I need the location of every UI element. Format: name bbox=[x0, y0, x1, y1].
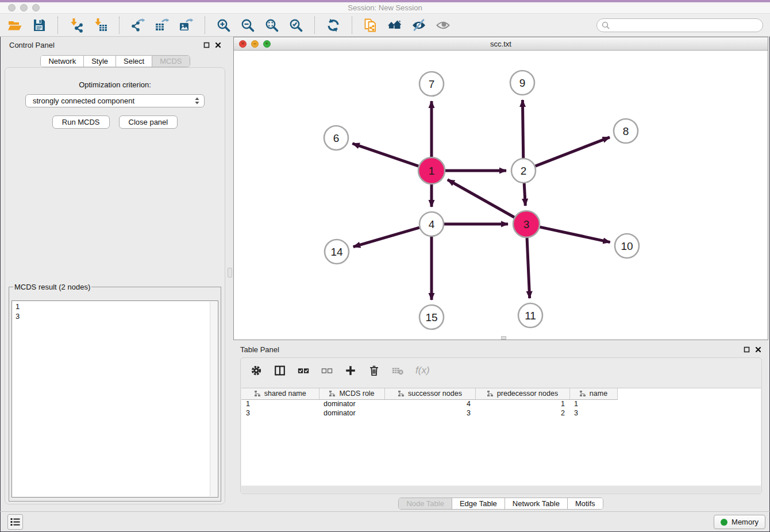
memory-status-icon bbox=[721, 519, 727, 526]
task-history-button[interactable] bbox=[7, 514, 23, 530]
edge-3-1[interactable] bbox=[448, 180, 514, 218]
titlebar: Session: New Session bbox=[0, 2, 770, 14]
export-network-icon[interactable] bbox=[130, 17, 146, 33]
table-cell[interactable]: 3 bbox=[241, 408, 319, 418]
edge-2-8[interactable] bbox=[536, 137, 610, 166]
graph-node-11[interactable]: 11 bbox=[518, 303, 542, 327]
mcds-result-group: MCDS result (2 nodes) 1 3 bbox=[9, 283, 221, 502]
table-row[interactable]: 1dominator411 bbox=[241, 399, 617, 408]
node-label: 3 bbox=[523, 218, 530, 230]
edge-2-9[interactable] bbox=[522, 100, 523, 158]
tab-network[interactable]: Network bbox=[41, 56, 83, 67]
float-panel-icon[interactable] bbox=[203, 42, 210, 48]
table-cell[interactable]: 1 bbox=[569, 399, 617, 408]
home-icon[interactable] bbox=[387, 17, 403, 33]
tab-style[interactable]: Style bbox=[83, 56, 116, 67]
edge-1-6[interactable] bbox=[352, 144, 418, 166]
node-label: 4 bbox=[429, 218, 435, 230]
graph-node-14[interactable]: 14 bbox=[325, 240, 349, 264]
import-network-icon[interactable] bbox=[68, 17, 84, 33]
graph-node-2[interactable]: 2 bbox=[511, 159, 536, 183]
delete-row-icon[interactable] bbox=[368, 364, 380, 377]
table-cell[interactable]: 4 bbox=[384, 399, 475, 408]
graph-node-1[interactable]: 1 bbox=[418, 157, 445, 184]
node-label: 9 bbox=[519, 77, 526, 89]
node-label: 1 bbox=[429, 165, 435, 177]
toolbar-separator bbox=[57, 17, 58, 34]
column-header-predecessor-nodes[interactable]: predecessor nodes bbox=[475, 388, 569, 399]
export-image-icon[interactable] bbox=[178, 17, 194, 33]
tab-motifs[interactable]: Motifs bbox=[567, 498, 603, 509]
tab-select[interactable]: Select bbox=[116, 56, 152, 67]
edge-3-10[interactable] bbox=[540, 227, 610, 242]
column-header-shared-name[interactable]: shared name bbox=[241, 388, 319, 399]
search-input[interactable] bbox=[613, 20, 758, 30]
network-window-titlebar[interactable]: ✕ − + scc.txt bbox=[234, 37, 768, 51]
panel-splitter[interactable] bbox=[227, 37, 233, 511]
graph-node-8[interactable]: 8 bbox=[614, 119, 638, 143]
zoom-selected-icon[interactable] bbox=[288, 17, 304, 33]
node-table: shared nameMCDS rolesuccessor nodesprede… bbox=[241, 388, 761, 485]
refresh-icon[interactable] bbox=[325, 17, 341, 33]
table-cell[interactable]: dominator bbox=[319, 399, 384, 408]
table-cell[interactable]: 3 bbox=[569, 408, 617, 418]
splitter-grip[interactable] bbox=[228, 268, 232, 277]
close-panel-icon[interactable] bbox=[215, 42, 221, 48]
mcds-result-area[interactable]: 1 3 bbox=[11, 300, 218, 498]
close-panel-button[interactable]: Close panel bbox=[119, 115, 178, 129]
copy-network-icon[interactable] bbox=[363, 17, 379, 33]
columns-icon[interactable] bbox=[274, 364, 286, 377]
tab-network-table[interactable]: Network Table bbox=[505, 498, 567, 509]
edge-3-11[interactable] bbox=[527, 238, 530, 298]
eye-icon[interactable] bbox=[435, 17, 451, 33]
optimization-select[interactable]: strongly connected component bbox=[25, 94, 205, 107]
network-resize-grip[interactable] bbox=[501, 336, 506, 340]
select-all-icon[interactable] bbox=[297, 364, 310, 377]
column-header-name[interactable]: name bbox=[569, 388, 617, 399]
graph-node-4[interactable]: 4 bbox=[419, 212, 444, 236]
zoom-out-icon[interactable] bbox=[240, 17, 256, 33]
memory-button[interactable]: Memory bbox=[714, 515, 765, 529]
close-table-panel-icon[interactable] bbox=[755, 346, 761, 353]
node-label: 10 bbox=[621, 240, 633, 252]
table-row[interactable]: 3dominator323 bbox=[241, 408, 617, 418]
run-mcds-button[interactable]: Run MCDS bbox=[52, 115, 110, 129]
import-table-icon[interactable] bbox=[93, 17, 109, 33]
save-session-icon[interactable] bbox=[31, 17, 47, 33]
network-canvas[interactable]: 7968124314101511 bbox=[234, 51, 768, 340]
table-cell[interactable]: dominator bbox=[319, 408, 384, 418]
optimization-criterion-label: Optimization criterion: bbox=[5, 80, 225, 89]
add-row-icon[interactable] bbox=[344, 364, 357, 377]
graph-node-6[interactable]: 6 bbox=[324, 126, 348, 150]
graph-node-9[interactable]: 9 bbox=[510, 71, 534, 95]
column-header-successor-nodes[interactable]: successor nodes bbox=[384, 388, 475, 399]
column-header-mcds-role[interactable]: MCDS role bbox=[319, 388, 384, 399]
tab-edge-table[interactable]: Edge Table bbox=[452, 498, 505, 509]
tab-node-table[interactable]: Node Table bbox=[399, 498, 452, 509]
edge-2-3[interactable] bbox=[524, 183, 525, 206]
table-cell[interactable]: 1 bbox=[241, 399, 319, 408]
search-box[interactable] bbox=[596, 18, 763, 32]
settings-icon[interactable] bbox=[250, 364, 263, 377]
table-cell[interactable]: 3 bbox=[384, 408, 475, 418]
zoom-in-icon[interactable] bbox=[215, 17, 232, 33]
deselect-all-icon[interactable] bbox=[321, 364, 333, 377]
table-cell[interactable]: 2 bbox=[475, 408, 569, 418]
open-session-icon[interactable] bbox=[7, 17, 23, 33]
edge-4-14[interactable] bbox=[353, 228, 419, 246]
table-panel-title: Table Panel bbox=[240, 345, 279, 354]
table-cell[interactable]: 1 bbox=[475, 399, 569, 408]
control-panel-tabs: NetworkStyleSelectMCDS bbox=[40, 55, 190, 67]
toolbar-separator bbox=[352, 17, 352, 34]
graph-node-15[interactable]: 15 bbox=[419, 305, 444, 329]
tab-mcds[interactable]: MCDS bbox=[152, 56, 189, 67]
memory-label: Memory bbox=[732, 518, 759, 526]
hide-panels-icon[interactable] bbox=[411, 17, 427, 33]
zoom-fit-icon[interactable] bbox=[264, 17, 280, 33]
float-table-panel-icon[interactable] bbox=[744, 346, 750, 353]
graph-node-3[interactable]: 3 bbox=[513, 211, 540, 237]
export-table-icon[interactable] bbox=[154, 17, 170, 33]
graph-node-7[interactable]: 7 bbox=[419, 72, 444, 96]
graph-node-10[interactable]: 10 bbox=[615, 234, 639, 258]
result-scrollbar[interactable] bbox=[210, 302, 217, 496]
